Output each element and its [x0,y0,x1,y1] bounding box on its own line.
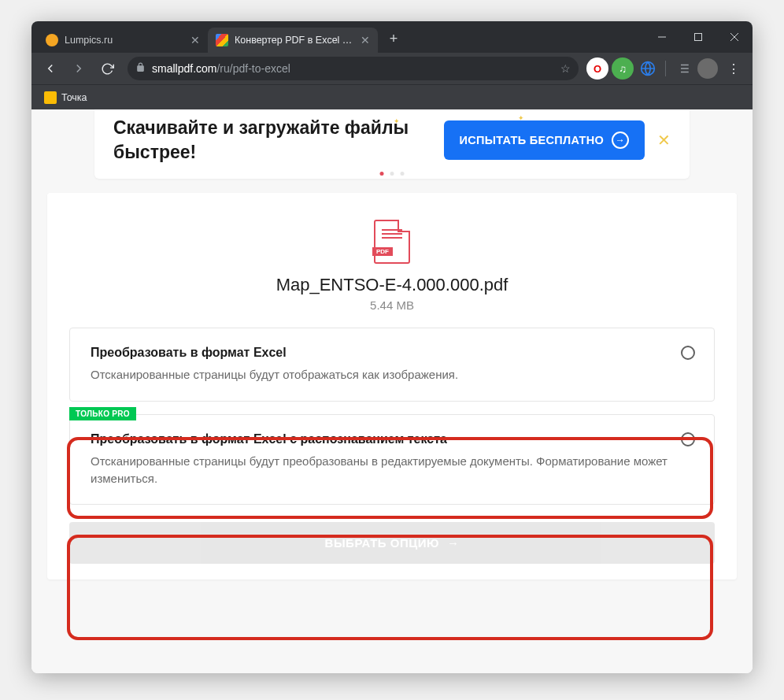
extension-globe-icon[interactable] [637,57,659,80]
back-button[interactable] [38,56,63,81]
arrow-right-icon: → [447,536,460,550]
favicon-icon [46,34,58,46]
new-tab-button[interactable]: + [383,28,405,50]
confetti-icon: ✦ [518,114,524,122]
bookmarks-bar: Точка [31,84,753,109]
extension-opera-icon[interactable]: O [586,57,608,80]
bookmark-tochka[interactable]: Точка [39,89,92,106]
lock-icon [135,62,146,75]
tab-strip: Lumpics.ru ✕ Конвертер PDF в Excel - бес… [31,21,409,53]
tab-label: Конвертер PDF в Excel - беспла [235,35,354,46]
profile-avatar[interactable] [697,58,718,79]
forward-button[interactable] [66,56,91,81]
file-size: 5.44 MB [69,298,715,312]
converter-card: PDF Map_ENTSO-E-4.000.000.pdf 5.44 MB Пр… [47,193,737,580]
choose-option-button[interactable]: ВЫБРАТЬ ОПЦИЮ → [69,522,715,564]
browser-window: Lumpics.ru ✕ Конвертер PDF в Excel - бес… [31,21,753,673]
banner-title: Скачивайте и загружайте файлы быстрее! [113,116,409,165]
pdf-file-icon: PDF [374,220,410,264]
try-free-label: ИСПЫТАТЬ БЕСПЛАТНО [460,134,604,146]
option-title: Преобразовать в формат Excel с распознав… [91,432,693,446]
page-viewport[interactable]: ✦ ✦ Скачивайте и загружайте файлы быстре… [31,109,753,673]
url-input[interactable]: smallpdf.com/ru/pdf-to-excel ☆ [128,57,579,80]
option-convert-basic[interactable]: Преобразовать в формат Excel Отсканирова… [69,328,715,402]
address-bar: smallpdf.com/ru/pdf-to-excel ☆ O ♫ ⋮ [31,53,753,84]
tab-smallpdf[interactable]: Конвертер PDF в Excel - беспла ✕ [208,28,378,53]
close-tab-icon[interactable]: ✕ [190,34,200,46]
radio-icon[interactable] [681,346,695,360]
titlebar: Lumpics.ru ✕ Конвертер PDF в Excel - бес… [31,21,753,53]
favicon-icon [216,34,228,46]
reload-button[interactable] [94,56,120,81]
promo-banner: ✦ ✦ Скачивайте и загружайте файлы быстре… [94,109,690,179]
extension-readlist-icon[interactable] [672,57,694,80]
svg-rect-1 [695,34,702,41]
radio-icon[interactable] [681,432,695,446]
choose-option-label: ВЫБРАТЬ ОПЦИЮ [325,536,439,550]
maximize-button[interactable] [680,21,716,53]
bookmark-folder-icon [44,91,57,104]
window-controls [644,21,753,53]
file-info: PDF Map_ENTSO-E-4.000.000.pdf 5.44 MB [69,215,715,328]
try-free-button[interactable]: ИСПЫТАТЬ БЕСПЛАТНО → [444,120,645,160]
bookmark-star-icon[interactable]: ☆ [560,62,571,75]
extension-music-icon[interactable]: ♫ [612,57,634,80]
tab-lumpics[interactable]: Lumpics.ru ✕ [38,28,208,53]
close-window-button[interactable] [716,21,753,53]
separator [665,61,666,76]
confetti-icon: ✦ [394,117,400,125]
option-description: Отсканированные страницы будут преобразо… [91,453,693,487]
arrow-right-icon: → [612,131,629,149]
option-description: Отсканированные страницы будут отображат… [91,366,693,383]
menu-button[interactable]: ⋮ [721,61,746,76]
banner-pager [380,172,405,176]
bookmark-label: Точка [61,92,87,103]
url-text: smallpdf.com/ru/pdf-to-excel [152,62,554,75]
option-title: Преобразовать в формат Excel [91,346,693,360]
minimize-button[interactable] [644,21,680,53]
banner-close-icon[interactable]: ✕ [657,131,671,150]
file-name: Map_ENTSO-E-4.000.000.pdf [69,275,715,295]
option-convert-ocr[interactable]: ТОЛЬКО PRO Преобразовать в формат Excel … [69,414,715,506]
pro-badge: ТОЛЬКО PRO [69,407,136,420]
close-tab-icon[interactable]: ✕ [361,34,370,46]
tab-label: Lumpics.ru [65,35,184,46]
